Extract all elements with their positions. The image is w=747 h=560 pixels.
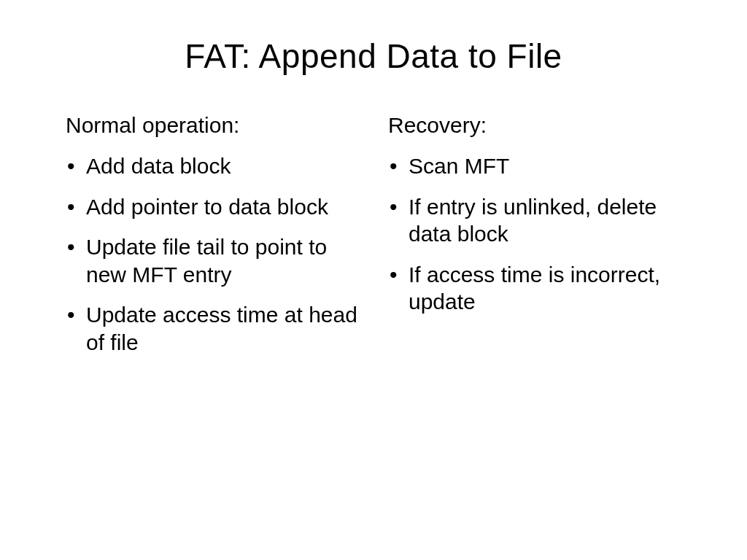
left-column-heading: Normal operation: [66,111,359,139]
right-bullet-list: Scan MFT If entry is unlinked, delete da… [388,152,681,316]
left-bullet-list: Add data block Add pointer to data block… [66,152,359,356]
list-item: Scan MFT [388,152,681,180]
left-column: Normal operation: Add data block Add poi… [66,111,359,369]
list-item: Add pointer to data block [66,193,359,221]
list-item: Update file tail to point to new MFT ent… [66,233,359,288]
right-column: Recovery: Scan MFT If entry is unlinked,… [388,111,681,369]
list-item: Update access time at head of file [66,301,359,356]
slide-title: FAT: Append Data to File [66,36,681,76]
list-item: If entry is unlinked, delete data block [388,193,681,248]
list-item: Add data block [66,152,359,180]
right-column-heading: Recovery: [388,111,681,139]
list-item: If access time is incorrect, update [388,261,681,316]
content-columns: Normal operation: Add data block Add poi… [66,111,681,369]
